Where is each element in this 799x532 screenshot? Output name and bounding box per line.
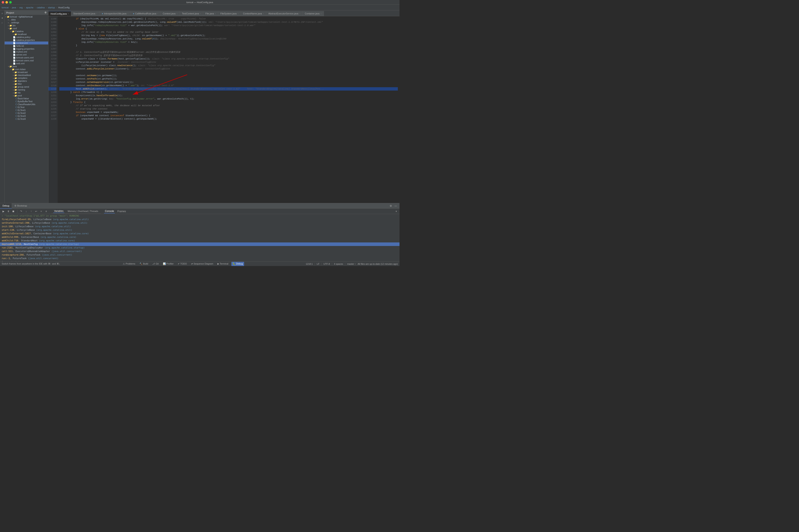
debug-settings-btn[interactable]: ⚙ xyxy=(389,204,393,208)
sidebar-item-web-xml[interactable]: 📄 web.xml xyxy=(5,62,48,65)
tab-contextname[interactable]: ContextName.java × xyxy=(241,11,266,16)
stack-list[interactable]: ✓ "localhost-startStop-1"@1,877 in group… xyxy=(0,214,399,261)
stack-item-11[interactable]: run:-1, FutureTask (java.util.concurrent… xyxy=(0,256,399,260)
sidebar-item-bytebuffer[interactable]: C ByteBufferTest xyxy=(5,100,48,103)
sidebar-item-naming[interactable]: ▸ 📁 naming xyxy=(5,88,48,91)
stack-item-0[interactable]: fireLifecycleEvent:95, LifecycleBase (or… xyxy=(0,217,399,221)
stack-item-9[interactable]: call:511, Executors$RunnableAdapter (jav… xyxy=(0,249,399,253)
status-branch[interactable]: master ↑ xyxy=(347,263,356,265)
debug-sub-memory[interactable]: Memory | Overhead | Threads xyxy=(67,209,99,213)
tab-filesystem[interactable]: FileSystem.java × xyxy=(218,11,241,16)
sidebar-item-tomcat-xsd[interactable]: 📄 tomcat-users.xsd xyxy=(5,59,48,62)
favorites-icon[interactable]: ★ xyxy=(0,16,4,20)
sidebar-item-broadcast[interactable]: ▸ 📁 broadcast xyxy=(5,71,48,74)
sidebar-item-tomcat[interactable]: ▾ 📁 tomcat ~/gitlab/tomcat xyxy=(5,15,48,18)
sidebar-item-nio[interactable]: ▸ 📁 nio xyxy=(5,91,48,94)
tab-container[interactable]: Container.java × xyxy=(303,11,324,16)
find-icon[interactable]: ⌕ xyxy=(0,20,4,25)
sidebar-item-tomcat-users[interactable]: 📄 tomcat-users.xml xyxy=(5,56,48,59)
stack-item-7[interactable]: deployWAR:1218, HostConfig (org.apache.c… xyxy=(0,243,399,246)
sidebar-item-catalina-props[interactable]: 📄 catalina.properties xyxy=(5,39,48,41)
sidebar-item-java[interactable]: ▾ 📁 java xyxy=(5,65,48,68)
debug-tab-bootstrap[interactable]: ⚙ Bootstrap xyxy=(12,203,30,209)
sidebar-item-pool[interactable]: ▸ 📁 pool xyxy=(5,94,48,97)
stack-item-6[interactable]: addChild:710, StandardHost (org.apache.c… xyxy=(0,239,399,243)
breadcrumb-startup[interactable]: startup xyxy=(48,6,55,9)
sidebar-item-idea[interactable]: ▸ . .idea xyxy=(5,18,48,21)
close-button[interactable] xyxy=(2,1,4,3)
stack-item-10[interactable]: run$$capture:266, FutureTask (java.util.… xyxy=(0,253,399,256)
stack-item-8[interactable]: run:2181, HostConfig$DeployWar (org.apac… xyxy=(0,246,399,249)
debug-sub-frames[interactable]: Frames xyxy=(116,209,127,213)
sidebar-item-catalina[interactable]: ▾ 📁 Catalina xyxy=(5,30,48,33)
stack-item-3[interactable]: start:138, LifecycleBase (org.apache.cat… xyxy=(0,228,399,232)
stack-item-2[interactable]: init:108, LifecycleBase (org.apache.cata… xyxy=(0,225,399,228)
sidebar-item-localhost[interactable]: ▸ 📁 localhost xyxy=(5,33,48,36)
debug-step-over-btn[interactable]: ↷ xyxy=(19,209,23,213)
minimize-button[interactable] xyxy=(5,1,8,3)
btn-debug[interactable]: 🐛 Debug xyxy=(231,262,244,266)
btn-todo[interactable]: ✔ TODO xyxy=(177,262,188,266)
breadcrumb-java[interactable]: java xyxy=(12,6,16,9)
sidebar-item-eltest3[interactable]: C ELTest3 xyxy=(5,115,48,117)
sidebar-item-logging[interactable]: 📄 logging.properties xyxy=(5,48,48,50)
tab-testcontext[interactable]: TestContext.java × xyxy=(180,11,203,16)
sidebar-item-catalina-policy[interactable]: 📄 catalina.policy xyxy=(5,36,48,39)
sidebar-item-eltest1[interactable]: C ELTest1 xyxy=(5,109,48,112)
sidebar-item-hello[interactable]: 📄 hello.txt xyxy=(5,44,48,48)
sidebar-item-settings[interactable]: ▸ . .settings xyxy=(5,21,48,24)
sidebar-item-group-send[interactable]: ▸ 📁 group.send xyxy=(5,85,48,88)
debug-resume-btn[interactable]: ▶ xyxy=(1,209,5,213)
sidebar-item-server-xml[interactable]: 📄 server.xml xyxy=(5,53,48,56)
sidebar-item-eltest2[interactable]: C ELTest2 xyxy=(5,112,48,115)
stack-item-4[interactable]: addChildInternal:1027, ContainerBase (or… xyxy=(0,232,399,235)
structure-icon[interactable]: ≡ xyxy=(0,11,4,16)
sidebar-item-eltest[interactable]: C ELTest xyxy=(5,106,48,109)
code-editor[interactable]: 1198119912001201 1202120312041205 120612… xyxy=(49,16,399,203)
tab-standardcontext[interactable]: StandardContext.java × xyxy=(71,11,100,16)
tab-introspection[interactable]: ● IntrospectionUtils.java × xyxy=(99,11,131,16)
sidebar-item-compilerx[interactable]: ▸ 📁 compilerx xyxy=(5,77,48,79)
btn-git[interactable]: ⎇ Git xyxy=(151,262,160,266)
sidebar-item-bin[interactable]: ▸ 📁 bin xyxy=(5,24,48,27)
tab-callmethod[interactable]: ● CallMethodRule.java × xyxy=(131,11,161,16)
btn-problems[interactable]: ⚠ Problems xyxy=(122,262,137,266)
maximize-button[interactable] xyxy=(9,1,12,3)
breadcrumb-apache[interactable]: apache xyxy=(26,6,33,9)
debug-trace-btn[interactable]: ≡ xyxy=(44,209,48,213)
debug-stop-btn[interactable]: ⏹ xyxy=(11,209,16,213)
sidebar-item-mytest[interactable]: 📄 mytest.xml xyxy=(5,50,48,53)
stack-item-5[interactable]: addChild:999, ContainerBase (org.apache.… xyxy=(0,235,399,239)
sidebar-item-context-xml[interactable]: 📄 context.xml xyxy=(5,41,48,44)
code-content[interactable]: if (deployThisXML && xml.exists() && cop… xyxy=(58,16,399,203)
tab-hostconfig[interactable]: HostConfig.java × xyxy=(49,11,71,16)
btn-sequence[interactable]: ⇌ Sequence Diagram xyxy=(190,262,215,266)
stack-item-1[interactable]: setStateInternal:390, LifecycleBase (org… xyxy=(0,221,399,225)
debug-step-out-btn[interactable]: ↑ xyxy=(29,209,33,213)
debug-filter-btn[interactable]: ▼ xyxy=(394,210,398,213)
sidebar-item-eltest4[interactable]: C ELTest4 xyxy=(5,117,48,120)
debug-close-btn[interactable]: — xyxy=(394,204,398,208)
btn-build[interactable]: 🔨 Build xyxy=(138,262,149,266)
sidebar-item-filter[interactable]: ▸ 📁 filter xyxy=(5,82,48,85)
btn-profiler[interactable]: 📊 Profiler xyxy=(162,262,175,266)
breadcrumb-catalina[interactable]: catalina xyxy=(37,6,45,9)
debug-tab-debug[interactable]: Debug xyxy=(0,203,12,209)
debug-sub-variables[interactable]: Variables xyxy=(53,209,64,213)
debug-pause-btn[interactable]: ⏸ xyxy=(6,209,11,213)
breadcrumb-org[interactable]: org xyxy=(19,6,23,9)
sidebar-item-com-luban[interactable]: ▾ 📁 com.luban xyxy=(5,68,48,71)
debug-evaluate-btn[interactable]: ⌗ xyxy=(39,209,43,213)
sidebar-item-classloadtest[interactable]: ▸ 📁 classloadtest xyxy=(5,74,48,77)
breadcrumb-tomcat[interactable]: tomcat xyxy=(2,6,8,9)
debug-run-to-cursor-btn[interactable]: ↩ xyxy=(34,209,38,213)
debug-sub-console[interactable]: Console xyxy=(104,209,115,213)
sidebar-item-conf[interactable]: ▾ 📁 conf xyxy=(5,27,48,30)
tab-file[interactable]: File.java × xyxy=(203,11,218,16)
debug-step-into-btn[interactable]: ↓ xyxy=(24,209,28,213)
sidebar-item-classreader[interactable]: C ClassReaderUtils xyxy=(5,103,48,106)
tab-context[interactable]: Context.java × xyxy=(161,11,180,16)
sidebar-item-digesterx[interactable]: ▸ 📁 digesterx xyxy=(5,79,48,82)
sidebar-item-basic-value[interactable]: C BasicValue xyxy=(5,97,48,100)
tab-abstractexecutor[interactable]: AbstractExecutorService.java × xyxy=(266,11,303,16)
